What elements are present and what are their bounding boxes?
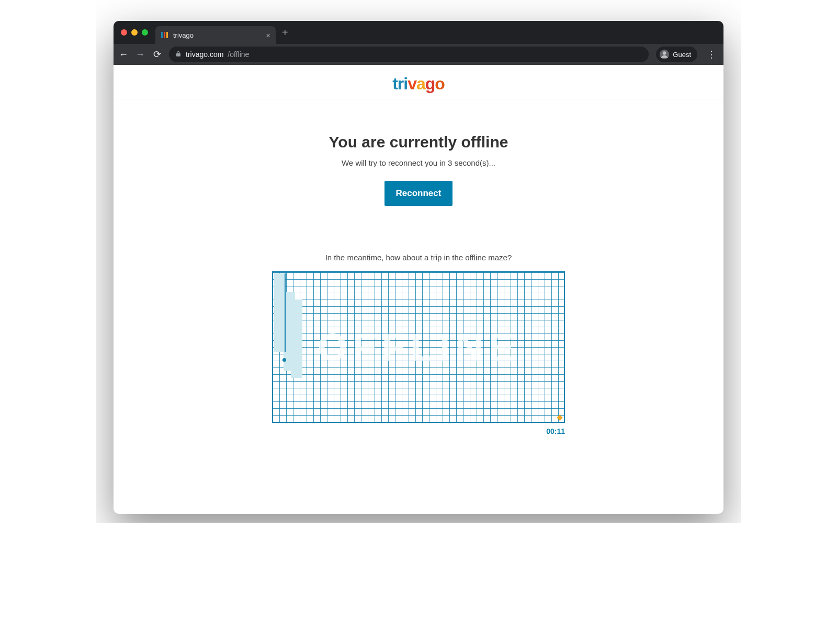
offline-panel: You are currently offline We will try to… xyxy=(114,99,723,435)
reload-button[interactable]: ⟳ xyxy=(152,49,162,60)
new-tab-button[interactable]: + xyxy=(282,27,288,39)
tabs: trivago × xyxy=(155,21,276,44)
browser-tabbar: trivago × + xyxy=(114,21,723,44)
maze-player-icon xyxy=(282,358,286,362)
maze-grid: OFFLINE xyxy=(272,271,565,423)
tab-active[interactable]: trivago × xyxy=(155,26,276,44)
svg-rect-1 xyxy=(164,32,165,38)
url-path: /offline xyxy=(228,50,249,59)
offline-subtext: We will try to reconnect you in 3 second… xyxy=(114,158,723,167)
trivago-logo[interactable]: trivago xyxy=(392,74,445,94)
minimize-window-button[interactable] xyxy=(131,29,138,36)
browser-toolbar: ← → ⟳ trivago.com/offline Guest ⋮ xyxy=(114,44,723,65)
maze-intro-text: In the meantime, how about a trip in the… xyxy=(114,253,723,262)
svg-point-4 xyxy=(663,51,666,55)
reconnect-button[interactable]: Reconnect xyxy=(384,181,453,206)
lock-icon xyxy=(175,51,182,59)
svg-rect-0 xyxy=(161,32,163,38)
back-button[interactable]: ← xyxy=(119,49,128,60)
favicon-icon xyxy=(161,31,169,39)
maximize-window-button[interactable] xyxy=(142,29,148,36)
maze-traveled-path xyxy=(274,273,286,352)
page-content: trivago You are currently offline We wil… xyxy=(114,65,723,514)
tab-title: trivago xyxy=(173,31,262,39)
browser-window: trivago × + ← → ⟳ trivago.com/offline Gu… xyxy=(114,21,723,514)
offline-heading: You are currently offline xyxy=(114,133,723,151)
profile-label: Guest xyxy=(673,51,691,59)
profile-button[interactable]: Guest xyxy=(656,47,697,62)
logo-bar: trivago xyxy=(114,65,723,99)
maze-game[interactable]: OFFLINE 00:11 xyxy=(272,271,565,435)
close-window-button[interactable] xyxy=(121,29,127,36)
close-tab-icon[interactable]: × xyxy=(266,31,270,40)
svg-rect-2 xyxy=(166,32,168,38)
browser-menu-button[interactable]: ⋮ xyxy=(705,49,718,60)
window-controls xyxy=(121,29,148,36)
forward-button[interactable]: → xyxy=(135,49,145,60)
maze-timer: 00:11 xyxy=(272,427,565,435)
maze-text-overlay: OFFLINE xyxy=(318,325,520,370)
maze-goal-icon xyxy=(557,415,562,420)
address-bar[interactable]: trivago.com/offline xyxy=(169,47,649,62)
url-host: trivago.com xyxy=(186,50,223,59)
